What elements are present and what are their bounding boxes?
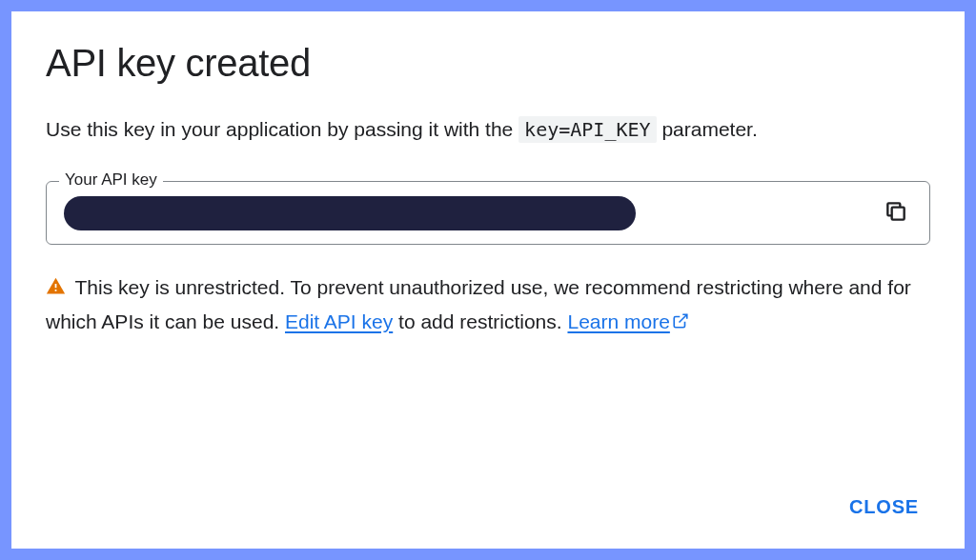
svg-rect-0: [892, 208, 905, 220]
api-key-field-label: Your API key: [59, 170, 163, 190]
warning-message: This key is unrestricted. To prevent una…: [46, 271, 930, 338]
learn-more-text: Learn more: [567, 310, 669, 332]
dialog-description: Use this key in your application by pass…: [46, 115, 930, 143]
learn-more-link[interactable]: Learn more: [567, 310, 688, 332]
dialog-actions: CLOSE: [46, 470, 930, 526]
svg-line-1: [679, 314, 686, 322]
api-key-field: Your API key: [46, 181, 930, 245]
api-key-created-dialog: API key created Use this key in your app…: [11, 11, 965, 549]
external-link-icon: [672, 307, 689, 339]
copy-api-key-button[interactable]: [880, 195, 912, 230]
warning-text-mid: to add restrictions.: [393, 310, 567, 332]
api-key-value-redacted: [64, 196, 636, 230]
warning-icon: [46, 273, 66, 306]
copy-icon: [884, 199, 908, 227]
description-text-pre: Use this key in your application by pass…: [46, 118, 518, 140]
param-code-snippet: key=API_KEY: [518, 116, 656, 143]
api-key-box: [46, 181, 930, 245]
description-text-post: parameter.: [661, 118, 757, 140]
edit-api-key-link[interactable]: Edit API key: [285, 310, 393, 332]
dialog-title: API key created: [46, 42, 930, 85]
close-button[interactable]: CLOSE: [838, 489, 930, 526]
